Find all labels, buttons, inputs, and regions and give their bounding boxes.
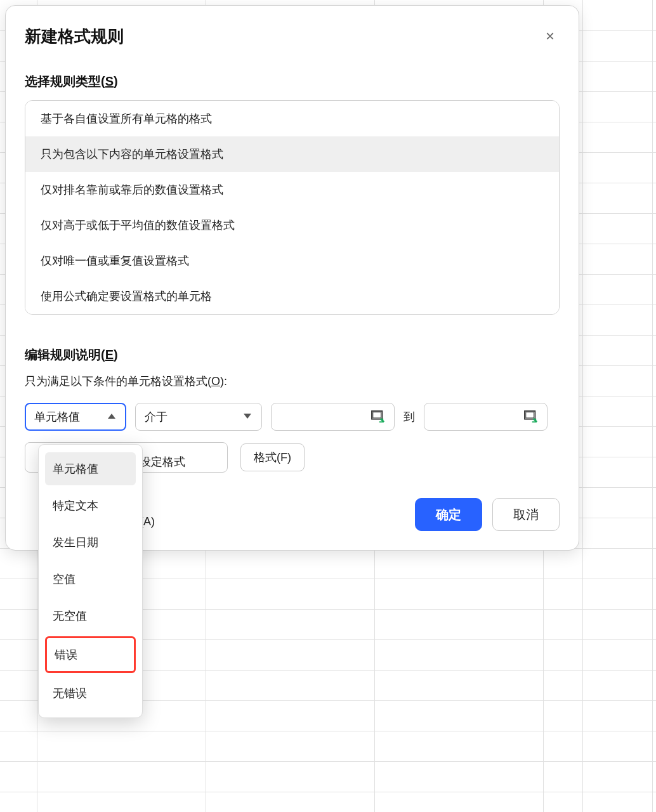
operator-value: 介于 <box>145 409 167 424</box>
close-icon[interactable]: × <box>541 25 560 48</box>
rule-type-item-4[interactable]: 仅对唯一值或重复值设置格式 <box>25 243 559 278</box>
value-to-input[interactable] <box>424 403 548 431</box>
chevron-down-icon <box>244 414 253 420</box>
value-from-input[interactable] <box>271 403 395 431</box>
rule-desc-label-prefix: 编辑规则说明( <box>25 348 105 362</box>
dropdown-item-date[interactable]: 发生日期 <box>45 526 136 559</box>
condition-type-value: 单元格值 <box>34 409 80 424</box>
condition-label: 只为满足以下条件的单元格设置格式(O): <box>25 374 560 389</box>
dropdown-item-error[interactable]: 错误 <box>45 636 136 673</box>
rule-type-item-2[interactable]: 仅对排名靠前或靠后的数值设置格式 <box>25 172 559 207</box>
rule-desc-label-key: E <box>105 348 114 362</box>
format-preview-partial-text: 设定格式 <box>140 454 185 469</box>
dropdown-item-cell-value[interactable]: 单元格值 <box>45 452 136 485</box>
svg-rect-1 <box>373 412 381 418</box>
format-button[interactable]: 格式(F) <box>240 443 305 471</box>
rule-type-item-5[interactable]: 使用公式确定要设置格式的单元格 <box>25 278 559 314</box>
rule-type-label-key: S <box>105 74 114 88</box>
condition-label-suffix: ): <box>220 375 227 388</box>
condition-label-prefix: 只为满足以下条件的单元格设置格式( <box>25 375 211 388</box>
rule-type-item-1[interactable]: 只为包含以下内容的单元格设置格式 <box>25 136 559 172</box>
range-selector-icon[interactable] <box>524 410 538 423</box>
dialog-title: 新建格式规则 <box>25 25 124 48</box>
condition-type-dropdown: 单元格值 特定文本 发生日期 空值 无空值 错误 无错误 <box>38 444 143 718</box>
rule-type-label-suffix: ) <box>114 74 118 88</box>
dropdown-item-blank[interactable]: 空值 <box>45 563 136 596</box>
rule-type-item-0[interactable]: 基于各自值设置所有单元格的格式 <box>25 101 559 136</box>
chevron-up-icon <box>108 414 117 420</box>
svg-rect-3 <box>526 412 534 418</box>
dropdown-item-not-blank[interactable]: 无空值 <box>45 599 136 632</box>
cancel-button[interactable]: 取消 <box>492 498 560 531</box>
rule-type-section-label: 选择规则类型(S) <box>25 73 560 90</box>
rule-type-label-prefix: 选择规则类型( <box>25 74 105 88</box>
dropdown-item-no-error[interactable]: 无错误 <box>45 677 136 710</box>
between-label: 到 <box>403 409 415 424</box>
rule-desc-label-suffix: ) <box>114 348 118 362</box>
rule-desc-section-label: 编辑规则说明(E) <box>25 346 560 363</box>
rule-type-list: 基于各自值设置所有单元格的格式 只为包含以下内容的单元格设置格式 仅对排名靠前或… <box>25 100 560 315</box>
operator-select[interactable]: 介于 <box>135 403 262 431</box>
range-selector-icon[interactable] <box>371 410 385 423</box>
condition-label-key: O <box>211 375 220 388</box>
rule-type-item-3[interactable]: 仅对高于或低于平均值的数值设置格式 <box>25 207 559 243</box>
ok-button[interactable]: 确定 <box>415 498 482 531</box>
condition-type-select[interactable]: 单元格值 <box>25 403 126 431</box>
dropdown-item-specific-text[interactable]: 特定文本 <box>45 489 136 522</box>
footer-left-text: X <box>25 508 32 521</box>
